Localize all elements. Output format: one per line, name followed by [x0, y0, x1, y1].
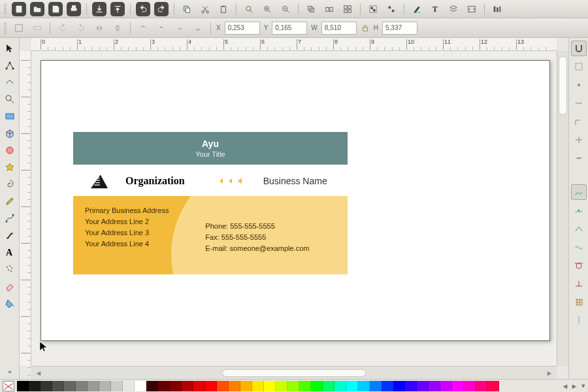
- color-swatch[interactable]: [252, 381, 264, 391]
- palette-menu-icon[interactable]: ▾: [579, 381, 588, 391]
- flip-v-button[interactable]: [110, 21, 125, 35]
- redo-button[interactable]: [154, 2, 169, 16]
- tweak-tool[interactable]: [2, 74, 18, 90]
- scrollbar-horizontal[interactable]: ◄ ►: [31, 366, 557, 379]
- color-swatch[interactable]: [111, 381, 123, 391]
- snap-guide[interactable]: [571, 312, 587, 328]
- color-swatch[interactable]: [135, 381, 146, 391]
- node-tool[interactable]: [2, 57, 18, 73]
- address-block[interactable]: Primary Business Address Your Address Li…: [85, 205, 205, 250]
- select-all-layers-button[interactable]: [12, 21, 26, 35]
- card-name[interactable]: Ayu: [73, 139, 348, 149]
- addr-line[interactable]: Your Address Line 4: [85, 238, 205, 250]
- rotate-cw-button[interactable]: [74, 21, 88, 35]
- text-tool-shortcut[interactable]: T: [428, 2, 442, 16]
- snap-cusp[interactable]: [571, 221, 587, 237]
- xml-editor-button[interactable]: [465, 2, 479, 16]
- copy-button[interactable]: [180, 2, 194, 16]
- export-button[interactable]: [110, 2, 125, 16]
- toolbar-grip[interactable]: [4, 4, 7, 14]
- color-swatch[interactable]: [146, 381, 158, 391]
- tile-clones-button[interactable]: [340, 2, 355, 16]
- star-tool[interactable]: [2, 159, 18, 175]
- print-button[interactable]: [67, 2, 81, 16]
- h-field[interactable]: 5,337: [382, 22, 417, 35]
- color-swatch[interactable]: [88, 381, 99, 391]
- snap-edge[interactable]: [571, 95, 587, 111]
- color-swatch[interactable]: [52, 381, 64, 391]
- ruler-horizontal[interactable]: 012345678910111213: [31, 38, 557, 51]
- spiral-tool[interactable]: [2, 176, 18, 192]
- scroll-left-icon[interactable]: ◄: [34, 368, 43, 378]
- card-header[interactable]: Ayu Your Title: [73, 132, 348, 165]
- color-swatch[interactable]: [17, 381, 29, 391]
- color-swatch[interactable]: [287, 381, 299, 391]
- color-swatch[interactable]: [358, 381, 370, 391]
- scrollbar-thumb-h[interactable]: [222, 369, 366, 377]
- color-swatch[interactable]: [382, 381, 393, 391]
- x-field[interactable]: 0,253: [225, 22, 260, 35]
- color-swatch[interactable]: [487, 381, 499, 391]
- w-field[interactable]: 8,510: [321, 22, 357, 35]
- fill-stroke-button[interactable]: [410, 2, 424, 16]
- new-doc-button[interactable]: [12, 2, 26, 16]
- scrollbar-thumb-v[interactable]: [559, 56, 567, 115]
- rotate-ccw-button[interactable]: [56, 21, 70, 35]
- color-swatch[interactable]: [193, 381, 205, 391]
- align-distribute-button[interactable]: [490, 2, 504, 16]
- color-swatch[interactable]: [335, 381, 346, 391]
- color-swatch[interactable]: [205, 381, 217, 391]
- ungroup-button[interactable]: [384, 2, 399, 16]
- undo-button[interactable]: [136, 2, 150, 16]
- group-button[interactable]: [366, 2, 380, 16]
- bucket-tool[interactable]: [2, 295, 18, 311]
- color-swatch[interactable]: [346, 381, 358, 391]
- color-swatch[interactable]: [276, 381, 287, 391]
- color-swatch[interactable]: [99, 381, 111, 391]
- color-swatch[interactable]: [217, 381, 229, 391]
- save-button[interactable]: [48, 2, 63, 16]
- fax-line[interactable]: Fax: 555-555-5555: [205, 232, 331, 243]
- page[interactable]: Ayu Your Title Organization Business Nam…: [41, 60, 550, 341]
- snap-smooth[interactable]: [571, 239, 587, 255]
- bezier-tool[interactable]: [2, 210, 18, 226]
- business-name[interactable]: Business Name: [263, 176, 327, 186]
- snap-corner[interactable]: [571, 114, 587, 129]
- color-swatch[interactable]: [476, 381, 487, 391]
- color-swatch[interactable]: [170, 381, 182, 391]
- clone-button[interactable]: [322, 2, 336, 16]
- rect-tool[interactable]: [2, 108, 18, 124]
- zoom-tool[interactable]: [2, 91, 18, 107]
- toolbar-grip-2[interactable]: [4, 23, 7, 33]
- layers-button[interactable]: [446, 2, 461, 16]
- calligraphy-tool[interactable]: [2, 227, 18, 243]
- 3dbox-tool[interactable]: [2, 125, 18, 141]
- zoom-out-button[interactable]: [278, 2, 293, 16]
- palette-scroll-right-icon[interactable]: ►: [570, 381, 579, 391]
- no-fill-swatch[interactable]: [3, 381, 14, 391]
- pencil-tool[interactable]: [2, 193, 18, 209]
- scrollbar-vertical[interactable]: [557, 51, 568, 366]
- color-swatch[interactable]: [182, 381, 193, 391]
- snap-midpoint[interactable]: [571, 150, 587, 166]
- y-field[interactable]: 0,165: [272, 22, 307, 35]
- snap-grid[interactable]: [571, 294, 587, 310]
- color-swatch[interactable]: [64, 381, 76, 391]
- color-swatch[interactable]: [405, 381, 417, 391]
- org-name[interactable]: Organization: [125, 175, 185, 187]
- snap-tangent[interactable]: [571, 257, 587, 273]
- snap-intersect[interactable]: [571, 203, 587, 218]
- addr-line[interactable]: Your Address Line 2: [85, 216, 205, 227]
- lower-button[interactable]: [172, 21, 187, 35]
- ruler-vertical[interactable]: [20, 51, 31, 366]
- flip-h-button[interactable]: [92, 21, 106, 35]
- snap-toggle[interactable]: [571, 41, 587, 56]
- color-swatch[interactable]: [29, 381, 41, 391]
- selector-tool[interactable]: [2, 41, 18, 56]
- color-swatch[interactable]: [240, 381, 252, 391]
- lock-icon[interactable]: [361, 23, 370, 33]
- cut-button[interactable]: [198, 2, 212, 16]
- addr-line[interactable]: Your Address Line 3: [85, 227, 205, 238]
- zoom-in-button[interactable]: [260, 2, 274, 16]
- color-swatch[interactable]: [264, 381, 276, 391]
